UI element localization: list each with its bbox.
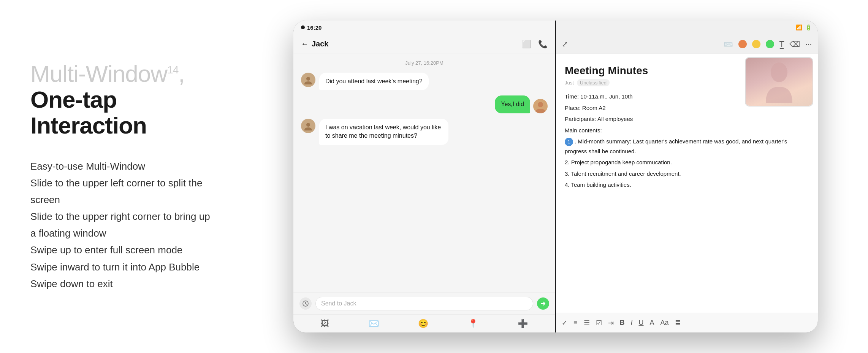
- notes-body: Meeting Minutes Just Unclassified Time: …: [556, 54, 818, 313]
- location-icon[interactable]: 📍: [468, 319, 478, 329]
- title-line2: One-tap Interaction: [30, 87, 213, 138]
- battery-icon: 🔋: [805, 24, 812, 30]
- note-line-4: Main contents:: [565, 126, 809, 135]
- left-status-bar: 16:20: [293, 21, 555, 34]
- left-section: Multi-Window14, One-tap Interaction Easy…: [0, 38, 236, 315]
- align-icon[interactable]: ≣: [675, 319, 681, 327]
- underline-icon[interactable]: U: [639, 319, 644, 327]
- notes-panel: 📶 🔋 ⤢ ⌨️ T̲ ⌫ ···: [556, 21, 818, 332]
- font-size-icon[interactable]: Aa: [661, 319, 669, 327]
- feature-item-3: Slide to the upper right corner to bring…: [30, 208, 213, 242]
- pip-video[interactable]: [745, 57, 813, 107]
- notes-bottom-toolbar: ✓ ≡ ☰ ☑ ⇥ B I U A Aa ≣: [556, 313, 818, 332]
- notes-top-bar: ⤢ ⌨️ T̲ ⌫ ···: [556, 34, 818, 54]
- device-section: 16:20 ← Jack ⬜ 📞 July 27, 16:20PM: [236, 5, 868, 348]
- feature-item-1: Easy-to-use Multi-Window: [30, 158, 213, 175]
- italic-icon[interactable]: I: [631, 319, 633, 327]
- svg-point-4: [771, 62, 787, 82]
- highlight-icon[interactable]: T̲: [779, 40, 784, 49]
- msg-body: July 27, 16:20PM Did you attend last wee…: [293, 54, 555, 293]
- note-line-3: Participants: All employees: [565, 114, 809, 124]
- ordered-list-icon[interactable]: ≡: [573, 319, 578, 327]
- feature-list: Easy-to-use Multi-Window Slide to the up…: [30, 158, 213, 293]
- send-button[interactable]: [537, 297, 549, 310]
- image-icon[interactable]: 🖼: [321, 319, 329, 329]
- msg-input-area: Send to Jack: [293, 293, 555, 314]
- avatar-jack: [301, 73, 315, 87]
- feature-item-2: Slide to the upper left corner to split …: [30, 175, 213, 208]
- status-dot: [301, 25, 305, 29]
- title-line1: Multi-Window14,: [30, 61, 213, 87]
- emoji-icon[interactable]: 😊: [418, 319, 428, 329]
- collapse-icon[interactable]: ⤢: [562, 40, 568, 49]
- font-color-icon[interactable]: A: [650, 319, 654, 327]
- note-number-1: 1: [565, 138, 573, 146]
- notes-author: Just: [565, 80, 574, 86]
- message-icon[interactable]: ✉️: [369, 319, 379, 329]
- indent-icon[interactable]: ⇥: [608, 319, 614, 327]
- color-yellow[interactable]: [752, 40, 760, 48]
- header-icons: ⬜ 📞: [522, 40, 548, 49]
- color-orange[interactable]: [738, 40, 747, 48]
- msg-row-received-1: Did you attend last week's meeting?: [301, 73, 548, 90]
- contact-name: Jack: [312, 40, 522, 48]
- input-left-icon[interactable]: [299, 297, 312, 310]
- plus-icon[interactable]: ➕: [518, 319, 528, 329]
- date-label: July 27, 16:20PM: [301, 60, 548, 66]
- msg-input-field[interactable]: Send to Jack: [315, 297, 533, 310]
- color-green[interactable]: [766, 40, 774, 48]
- eraser-icon[interactable]: ⌫: [789, 40, 800, 49]
- input-placeholder: Send to Jack: [321, 300, 356, 307]
- tablet-frame: 16:20 ← Jack ⬜ 📞 July 27, 16:20PM: [293, 21, 818, 332]
- svg-point-0: [306, 77, 310, 81]
- feature-item-5: Swipe inward to turn it into App Bubble: [30, 259, 213, 275]
- avatar-jack-2: [301, 119, 315, 133]
- check-icon[interactable]: ✓: [562, 319, 567, 327]
- video-call-icon[interactable]: ⬜: [522, 40, 531, 49]
- unordered-list-icon[interactable]: ☰: [584, 319, 590, 327]
- checklist-icon[interactable]: ☑: [596, 319, 602, 327]
- note-line-6: 2. Project propoganda keep commucation.: [565, 157, 809, 167]
- back-button[interactable]: ←: [301, 40, 309, 48]
- svg-point-1: [538, 102, 543, 107]
- feature-item-6: Swipe down to exit: [30, 275, 213, 292]
- messaging-panel: 16:20 ← Jack ⬜ 📞 July 27, 16:20PM: [293, 21, 556, 332]
- phone-icon[interactable]: 📞: [538, 40, 548, 49]
- bold-icon[interactable]: B: [620, 319, 625, 327]
- bubble-sent-1: Yes,I did: [495, 95, 530, 113]
- msg-header: ← Jack ⬜ 📞: [293, 34, 555, 54]
- avatar-self: [533, 99, 548, 113]
- msg-row-received-2: I was on vacation last week, would you l…: [301, 119, 548, 145]
- wifi-icon: 📶: [796, 24, 802, 30]
- note-line-5: 1. Mid-month summary: Last quarter's ach…: [565, 137, 809, 156]
- feature-item-4: Swipe up to enter full screen mode: [30, 242, 213, 258]
- msg-toolbar: 🖼 ✉️ 😊 📍 ➕: [293, 314, 555, 332]
- note-line-7: 3. Talent recruitment and career develop…: [565, 169, 809, 179]
- msg-row-sent-1: Yes,I did: [301, 95, 548, 113]
- keyboard-icon[interactable]: ⌨️: [724, 40, 733, 49]
- note-line-8: 4. Team building activities.: [565, 180, 809, 190]
- right-status-bar: 📶 🔋: [556, 21, 818, 34]
- bubble-received-1: Did you attend last week's meeting?: [319, 73, 429, 90]
- more-icon[interactable]: ···: [805, 40, 812, 48]
- pip-video-person: [746, 58, 813, 106]
- notes-tag: Unclassified: [577, 79, 610, 86]
- panel-divider: [555, 21, 556, 332]
- status-time: 16:20: [307, 24, 322, 31]
- bubble-received-2: I was on vacation last week, would you l…: [319, 119, 448, 145]
- svg-point-2: [306, 123, 310, 127]
